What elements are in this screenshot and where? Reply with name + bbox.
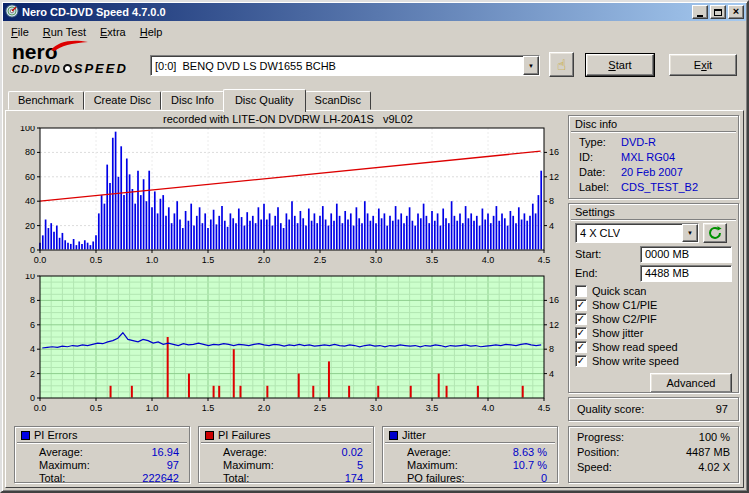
checkbox-show-c1-pie[interactable]: ✓Show C1/PIE (575, 298, 732, 312)
svg-text:1.5: 1.5 (202, 255, 215, 265)
start-field[interactable]: 0000 MB (640, 246, 732, 263)
start-label: Start: (575, 246, 601, 263)
disc-info-panel: Disc info Type:DVD-R ID:MXL RG04 Date:20… (568, 115, 739, 199)
checkbox-icon: ✓ (575, 299, 587, 311)
cd-dvd-speed-text: CD-DVD SPEED (12, 61, 152, 76)
svg-text:12: 12 (549, 320, 559, 330)
checkbox-show-read-speed[interactable]: ✓Show read speed (575, 340, 732, 354)
speed-row: Speed:4.02 X (577, 460, 730, 475)
jitter-chart: 0.00.51.01.52.02.53.03.54.04.50246810481… (10, 274, 566, 420)
tab-benchmark[interactable]: Benchmark (8, 91, 84, 110)
end-row: End: 4488 MB (575, 265, 732, 282)
checkbox-icon: ✓ (575, 313, 587, 325)
svg-text:2: 2 (30, 369, 35, 379)
titlebar[interactable]: Nero CD-DVD Speed 4.7.0.0 × (3, 3, 746, 21)
advanced-button[interactable]: Advanced (650, 373, 732, 393)
svg-text:4: 4 (549, 221, 554, 231)
disc-info-row: ID:MXL RG04 (579, 150, 732, 165)
stat-row: Average:16.94 (39, 446, 179, 459)
hand-icon: ☝ (557, 56, 566, 73)
quality-score-value: 97 (716, 403, 728, 415)
app-window: Nero CD-DVD Speed 4.7.0.0 × File Run Tes… (0, 0, 749, 493)
separator (571, 219, 736, 221)
svg-text:16: 16 (549, 295, 559, 305)
tab-disc-info[interactable]: Disc Info (161, 91, 224, 110)
quality-score-panel: Quality score: 97 (568, 397, 739, 421)
svg-text:20: 20 (25, 221, 35, 231)
disc-info-row: Label:CDS_TEST_B2 (579, 180, 732, 195)
jitter-stats-panel: Jitter Average:8.63 % Maximum:10.7 % PO … (382, 426, 558, 483)
checkbox-icon: ✓ (575, 327, 587, 339)
minimize-button[interactable] (692, 5, 708, 19)
maximize-button[interactable] (710, 5, 726, 19)
svg-text:0.0: 0.0 (34, 403, 47, 413)
app-icon (5, 4, 19, 20)
checkbox-icon: ✓ (575, 341, 587, 353)
menu-run-test[interactable]: Run Test (36, 24, 93, 40)
svg-text:2.0: 2.0 (258, 403, 271, 413)
scan-speed-value: 4 X CLV (580, 227, 620, 239)
checkbox-icon (575, 285, 587, 297)
pi-errors-legend-icon (21, 431, 30, 440)
pi-failures-legend-icon (205, 431, 214, 440)
drive-dropdown-button[interactable]: ▼ (523, 56, 539, 75)
exit-button[interactable]: Exit (669, 54, 737, 76)
tab-bar: Benchmark Create Disc Disc Info Disc Qua… (8, 89, 371, 110)
menu-extra[interactable]: Extra (93, 24, 133, 40)
svg-text:60: 60 (25, 172, 35, 182)
svg-text:12: 12 (549, 172, 559, 182)
disc-quality-panel: recorded with LITE-ON DVDRW LH-20A1S v9L… (5, 110, 744, 488)
chart-header: recorded with LITE-ON DVDRW LH-20A1S v9L… (10, 113, 566, 125)
svg-text:2.5: 2.5 (314, 403, 327, 413)
end-label: End: (575, 265, 598, 282)
svg-text:10: 10 (25, 274, 35, 281)
disc-info-hand-button[interactable]: ☝ (549, 52, 574, 77)
svg-text:6: 6 (30, 320, 35, 330)
checkbox-show-jitter[interactable]: ✓Show jitter (575, 326, 732, 340)
menu-help[interactable]: Help (133, 24, 170, 40)
svg-text:4.0: 4.0 (482, 255, 495, 265)
settings-title: Settings (569, 204, 738, 219)
start-button[interactable]: Start (586, 54, 654, 76)
svg-text:1.0: 1.0 (146, 403, 159, 413)
svg-text:4: 4 (30, 344, 35, 354)
svg-text:3.0: 3.0 (370, 255, 383, 265)
refresh-icon (708, 226, 722, 240)
tab-disc-quality[interactable]: Disc Quality (223, 89, 306, 112)
maximize-icon (714, 9, 722, 16)
jitter-title: Jitter (402, 429, 426, 441)
tab-scandisc[interactable]: ScanDisc (305, 91, 371, 110)
pi-errors-title: PI Errors (34, 429, 77, 441)
svg-text:8: 8 (30, 295, 35, 305)
stat-row: Maximum:97 (39, 459, 179, 472)
disc-info-row: Type:DVD-R (579, 135, 732, 150)
start-row: Start: 0000 MB (575, 246, 732, 263)
refresh-button[interactable] (703, 223, 727, 243)
menu-file[interactable]: File (4, 24, 36, 40)
close-button[interactable]: × (728, 5, 744, 19)
svg-text:8: 8 (549, 344, 554, 354)
chevron-down-icon: ▼ (687, 230, 693, 236)
tab-create-disc[interactable]: Create Disc (84, 91, 161, 110)
checkbox-icon: ✓ (575, 355, 587, 367)
stat-row: Total:174 (223, 472, 363, 483)
progress-row: Progress:100 % (577, 430, 730, 445)
checkbox-quick-scan[interactable]: Quick scan (575, 284, 732, 298)
svg-text:1.0: 1.0 (146, 255, 159, 265)
pi-errors-chart: 0.00.51.01.52.02.53.03.54.04.50204060801… (10, 126, 566, 272)
drive-select[interactable]: [0:0] BENQ DVD LS DW1655 BCHB ▼ (150, 55, 540, 76)
disc-icon (63, 64, 72, 73)
svg-text:3.0: 3.0 (370, 403, 383, 413)
stat-row: Total:222642 (39, 472, 179, 483)
svg-text:4.0: 4.0 (482, 403, 495, 413)
speed-dropdown-button[interactable]: ▼ (682, 224, 698, 242)
scan-speed-select[interactable]: 4 X CLV ▼ (575, 223, 699, 243)
checkbox-show-write-speed[interactable]: ✓Show write speed (575, 354, 732, 368)
pi-errors-stats-panel: PI Errors Average:16.94 Maximum:97 Total… (14, 426, 190, 483)
nero-logo: nero CD-DVD SPEED (12, 42, 152, 82)
end-field[interactable]: 4488 MB (640, 265, 732, 282)
disc-info-row: Date:20 Feb 2007 (579, 165, 732, 180)
position-row: Position:4487 MB (577, 445, 730, 460)
checkbox-show-c2-pif[interactable]: ✓Show C2/PIF (575, 312, 732, 326)
close-icon: × (733, 6, 739, 17)
